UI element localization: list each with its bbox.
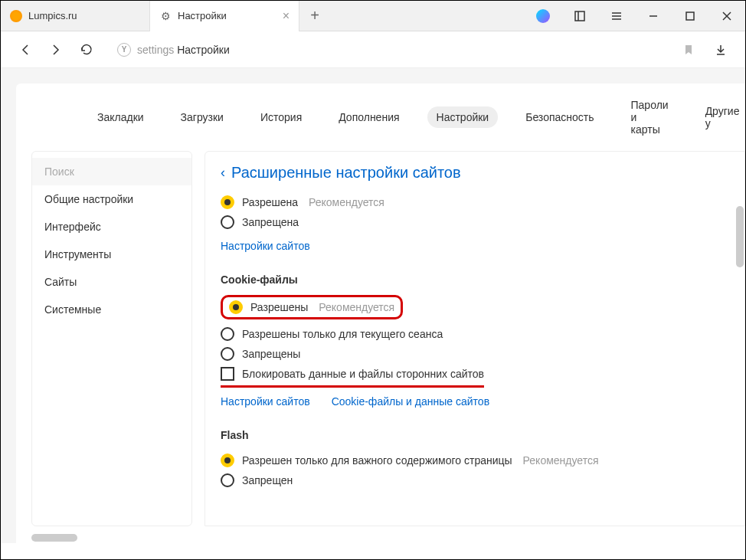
option-label: Разрешены только для текущего сеанса bbox=[242, 328, 443, 340]
block-thirdparty-checkbox-row[interactable]: Блокировать данные и файлы сторонних сай… bbox=[221, 364, 484, 388]
close-button[interactable] bbox=[708, 1, 745, 31]
window-controls bbox=[525, 1, 745, 31]
radio-icon[interactable] bbox=[221, 454, 234, 467]
reload-button[interactable] bbox=[77, 41, 96, 59]
option-allowed[interactable]: Разрешена Рекомендуется bbox=[221, 192, 744, 212]
nav-settings[interactable]: Настройки bbox=[427, 106, 499, 128]
tab-label: Lumpics.ru bbox=[28, 10, 77, 21]
maximize-button[interactable] bbox=[672, 1, 708, 31]
option-forbidden[interactable]: Запрещена bbox=[221, 212, 744, 232]
address-bar: Y settings Настройки bbox=[1, 31, 745, 68]
new-tab-button[interactable]: + bbox=[299, 1, 330, 31]
url-box[interactable]: Y settings Настройки bbox=[108, 43, 667, 57]
checkbox-label: Блокировать данные и файлы сторонних сай… bbox=[242, 368, 484, 380]
site-settings-link[interactable]: Настройки сайтов bbox=[221, 395, 310, 408]
yandex-icon: Y bbox=[117, 43, 131, 57]
page-title: ‹ Расширенные настройки сайтов bbox=[221, 164, 744, 182]
top-nav: Закладки Загрузки История Дополнения Нас… bbox=[16, 84, 745, 151]
radio-icon[interactable] bbox=[229, 300, 243, 314]
flash-forbidden[interactable]: Запрещен bbox=[221, 470, 744, 490]
option-hint: Рекомендуется bbox=[309, 196, 384, 208]
option-label: Запрещены bbox=[242, 348, 300, 360]
forward-button[interactable] bbox=[47, 41, 65, 59]
flash-important-only[interactable]: Разрешен только для важного содержимого … bbox=[221, 450, 744, 470]
cookies-title: Cookie-файлы bbox=[221, 273, 744, 286]
downloads-icon[interactable] bbox=[712, 41, 730, 59]
cookies-allowed-highlight[interactable]: Разрешены Рекомендуется bbox=[221, 295, 403, 319]
svg-rect-0 bbox=[575, 11, 584, 21]
tab-label: Настройки bbox=[178, 10, 227, 21]
svg-rect-6 bbox=[686, 12, 694, 20]
sidebar: Поиск Общие настройки Интерфейс Инструме… bbox=[31, 151, 192, 526]
scrollbar-horizontal[interactable] bbox=[31, 534, 77, 542]
option-label: Запрещен bbox=[242, 474, 293, 486]
sidebar-item-tools[interactable]: Инструменты bbox=[32, 241, 191, 268]
sidebar-item-general[interactable]: Общие настройки bbox=[32, 185, 191, 213]
url-prefix: settings bbox=[137, 44, 174, 56]
back-arrow-icon[interactable]: ‹ bbox=[221, 165, 225, 181]
option-label: Разрешены bbox=[250, 301, 308, 313]
radio-icon[interactable] bbox=[221, 195, 234, 209]
cookies-forbidden[interactable]: Запрещены bbox=[221, 344, 744, 364]
close-icon[interactable]: × bbox=[283, 9, 290, 23]
nav-passwords[interactable]: Пароли и карты bbox=[622, 94, 678, 140]
panel-icon[interactable] bbox=[561, 1, 598, 31]
tab-settings[interactable]: ⚙ Настройки × bbox=[150, 1, 299, 31]
minimize-button[interactable] bbox=[635, 1, 672, 31]
option-label: Запрещена bbox=[242, 216, 299, 228]
sidebar-item-system[interactable]: Системные bbox=[32, 296, 191, 323]
menu-icon[interactable] bbox=[598, 1, 635, 31]
bookmark-icon[interactable] bbox=[679, 41, 698, 59]
tab-lumpics[interactable]: Lumpics.ru bbox=[1, 1, 150, 31]
cookie-data-link[interactable]: Cookie-файлы и данные сайтов bbox=[332, 395, 489, 408]
nav-security[interactable]: Безопасность bbox=[516, 106, 603, 128]
scrollbar-vertical[interactable] bbox=[736, 206, 744, 267]
nav-other[interactable]: Другие у bbox=[696, 100, 746, 134]
checkbox-icon[interactable] bbox=[221, 367, 234, 381]
radio-icon[interactable] bbox=[221, 347, 234, 361]
gear-icon: ⚙ bbox=[159, 10, 172, 22]
back-button[interactable] bbox=[16, 41, 34, 59]
nav-history[interactable]: История bbox=[251, 106, 311, 128]
tab-bar: Lumpics.ru ⚙ Настройки × + bbox=[1, 1, 745, 31]
option-label: Разрешена bbox=[242, 196, 298, 208]
site-settings-link[interactable]: Настройки сайтов bbox=[221, 240, 310, 252]
cookies-session-only[interactable]: Разрешены только для текущего сеанса bbox=[221, 324, 744, 344]
option-hint: Рекомендуется bbox=[319, 301, 394, 313]
search-input[interactable]: Поиск bbox=[32, 158, 191, 185]
radio-icon[interactable] bbox=[221, 215, 234, 229]
radio-icon[interactable] bbox=[221, 473, 234, 487]
sidebar-item-interface[interactable]: Интерфейс bbox=[32, 213, 191, 241]
url-page: Настройки bbox=[177, 44, 230, 56]
option-hint: Рекомендуется bbox=[523, 454, 599, 467]
nav-downloads[interactable]: Загрузки bbox=[172, 106, 233, 128]
radio-icon[interactable] bbox=[221, 327, 234, 341]
option-label: Разрешен только для важного содержимого … bbox=[242, 454, 512, 467]
alice-icon[interactable] bbox=[525, 1, 561, 31]
orange-icon bbox=[10, 10, 22, 22]
page-title-text: Расширенные настройки сайтов bbox=[231, 164, 461, 182]
sidebar-item-sites[interactable]: Сайты bbox=[32, 268, 191, 296]
content-area: Закладки Загрузки История Дополнения Нас… bbox=[1, 68, 745, 543]
main-panel: ‹ Расширенные настройки сайтов Разрешена… bbox=[204, 151, 745, 526]
nav-bookmarks[interactable]: Закладки bbox=[88, 106, 153, 128]
flash-title: Flash bbox=[221, 429, 744, 441]
nav-addons[interactable]: Дополнения bbox=[329, 106, 408, 128]
